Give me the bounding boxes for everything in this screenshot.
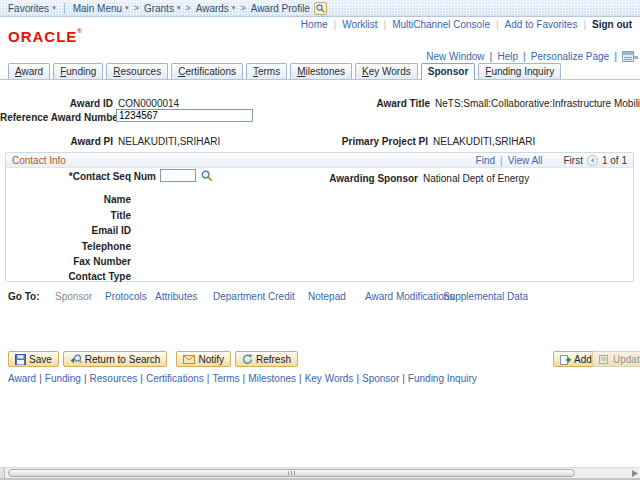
divider: | [243,373,246,384]
divider: | [207,373,210,384]
tab-terms[interactable]: Terms [246,63,287,79]
divider: | [523,51,526,62]
footer-link-certifications[interactable]: Certifications [146,373,204,384]
horizontal-scrollbar[interactable] [0,467,640,478]
email-id-label: Email ID [6,225,131,236]
contact-info-title: Contact Info [12,155,66,166]
header-link-worklist[interactable]: Worklist [342,19,377,30]
personalize-layout-icon[interactable] [622,51,634,62]
peoplesoft-window: Favorites ▾ Main Menu ▾ > Grants ▾ > Awa… [0,0,640,480]
footer-link-funding[interactable]: Funding [45,373,81,384]
telephone-label: Telephone [6,241,131,252]
tab-milestones[interactable]: Milestones [290,63,352,79]
envelope-icon [183,355,195,364]
footer-link-funding-inquiry[interactable]: Funding Inquiry [408,373,477,384]
goto-link-award-modifications[interactable]: Award Modifications [365,291,454,302]
refresh-icon [242,354,253,365]
update-button-label: Update [613,354,640,365]
oracle-logo-text: ORACLE [8,28,77,45]
footer-link-award[interactable]: Award [8,373,36,384]
reference-award-number-input[interactable] [116,109,253,122]
return-to-search-button[interactable]: Return to Search [63,351,168,367]
notify-button[interactable]: Notify [176,351,231,367]
breadcrumb-item-label: Grants [144,3,174,14]
breadcrumb-item-label: Awards [196,3,229,14]
contact-info-body: *Contact Seq Num Awarding Sponsor Nation… [6,168,633,281]
breadcrumb-separator: > [240,3,245,13]
refresh-button[interactable]: Refresh [235,351,298,367]
header-link-home[interactable]: Home [301,19,328,30]
save-button[interactable]: Save [8,351,59,367]
tab-sponsor[interactable]: Sponsor [421,63,476,80]
name-label: Name [6,194,131,205]
breadcrumb-item-award-profile[interactable]: Award Profile [251,3,310,14]
breadcrumb-separator: > [134,3,139,13]
divider: | [402,373,405,384]
header-link-multichannel-console[interactable]: MultiChannel Console [392,19,490,30]
header-link-add-to-favorites[interactable]: Add to Favorites [505,19,578,30]
goto-link-protocols[interactable]: Protocols [105,291,147,302]
footer-link-resources[interactable]: Resources [90,373,138,384]
goto-link-department-credit[interactable]: Department Credit [213,291,295,302]
divider [64,3,65,14]
award-pi-label: Award PI [0,136,113,147]
tab-funding-inquiry[interactable]: Funding Inquiry [478,63,561,79]
add-button-label: Add [574,354,592,365]
tab-funding[interactable]: Funding [53,63,103,79]
award-title-label: Award Title [318,98,430,109]
add-plus-icon [560,354,571,365]
contact-info-box: Contact Info Find | View All First 1 of … [5,152,634,282]
header-links: Home | Worklist | MultiChannel Console |… [301,17,632,31]
first-label: First [564,155,583,166]
primary-project-pi-label: Primary Project PI [318,136,428,147]
breadcrumb-item-awards[interactable]: Awards ▾ [196,3,236,14]
scrollbar-thumb[interactable] [8,469,575,477]
update-icon [599,354,610,365]
divider: | [496,19,499,30]
footer-link-sponsor[interactable]: Sponsor [362,373,399,384]
contact-info-header: Contact Info Find | View All First 1 of … [6,153,633,168]
favorites-menu-label: Favorites [8,3,49,14]
lookup-magnifier-icon[interactable] [201,170,213,182]
contact-seq-num-input[interactable] [160,169,196,182]
new-window-link[interactable]: New Window [426,51,484,62]
divider: | [583,19,586,30]
award-id-value: CON0000014 [118,98,179,109]
tab-key-words[interactable]: Key Words [355,63,418,79]
favorites-menu[interactable]: Favorites ▾ [8,3,56,14]
main-menu[interactable]: Main Menu ▾ [73,3,129,14]
page-utility-links: New Window | Help | Personalize Page | [426,51,634,62]
breadcrumb-search-icon[interactable] [314,2,327,15]
previous-row-icon[interactable] [587,155,598,166]
divider: | [39,373,42,384]
tab-resources[interactable]: Resources [106,63,168,79]
tab-certifications[interactable]: Certifications [171,63,243,79]
view-all-link[interactable]: View All [508,155,543,166]
sign-out-link[interactable]: Sign out [592,19,632,30]
title-label: Title [6,210,131,221]
personalize-page-link[interactable]: Personalize Page [531,51,609,62]
tab-award[interactable]: Award [8,63,50,79]
oracle-logo: ORACLE® [8,28,83,45]
footer-link-terms[interactable]: Terms [212,373,239,384]
goto-link-supplemental-data[interactable]: Supplemental Data [443,291,528,302]
goto-link-attributes[interactable]: Attributes [155,291,197,302]
save-button-label: Save [29,354,52,365]
scroll-right-arrow-icon[interactable] [630,469,639,478]
help-link[interactable]: Help [497,51,518,62]
divider: | [84,373,87,384]
goto-link-notepad[interactable]: Notepad [308,291,346,302]
goto-link-sponsor: Sponsor [55,291,92,302]
awarding-sponsor-value: National Dept of Energy [423,173,529,184]
find-link[interactable]: Find [476,155,495,166]
divider: | [299,373,302,384]
update-display-button: Update [592,351,640,367]
footer-page-links: Award|Funding|Resources|Certifications|T… [8,373,477,384]
footer-link-milestones[interactable]: Milestones [248,373,296,384]
breadcrumb-item-grants[interactable]: Grants ▾ [144,3,181,14]
footer-link-key-words[interactable]: Key Words [305,373,354,384]
scroll-left-stub[interactable] [0,468,5,478]
search-icon [316,4,325,13]
divider: | [490,51,493,62]
tab-bar: Award Funding Resources Certifications T… [0,62,640,80]
